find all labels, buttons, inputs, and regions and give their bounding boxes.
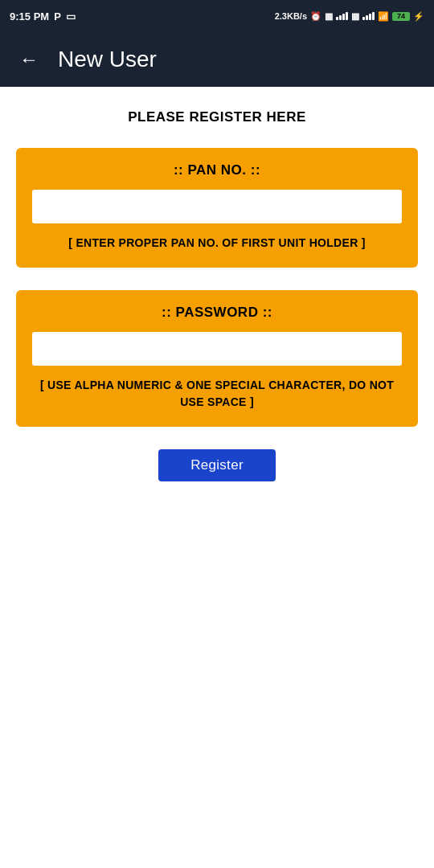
password-card-title: :: PASSWORD ::: [32, 305, 402, 321]
screen-icon: ▭: [66, 10, 76, 23]
time-display: 9:15 PM: [10, 10, 49, 23]
signal-icon-2: ▦: [351, 11, 359, 22]
charging-icon: ⚡: [413, 11, 424, 22]
password-card: :: PASSWORD :: [ USE ALPHA NUMERIC & ONE…: [16, 290, 418, 427]
signal-icon-1: ▦: [325, 11, 333, 22]
battery-indicator: 74: [392, 12, 410, 21]
p-icon: P: [54, 10, 61, 23]
signal-bars-1: [336, 10, 348, 22]
pan-hint: [ ENTER PROPER PAN NO. OF FIRST UNIT HOL…: [32, 235, 402, 252]
page-subtitle: PLEASE REGISTER HERE: [16, 109, 418, 125]
pan-input[interactable]: [32, 190, 402, 223]
password-input[interactable]: [32, 332, 402, 366]
signal-bars-2: [362, 10, 375, 22]
speed-display: 2.3KB/s: [275, 11, 307, 21]
wifi-icon: 📶: [378, 11, 389, 22]
status-right: 2.3KB/s ⏰ ▦ ▦ 📶 74 ⚡: [275, 10, 424, 22]
top-nav: ← New User: [0, 32, 434, 87]
register-button[interactable]: Register: [158, 449, 276, 481]
password-hint: [ USE ALPHA NUMERIC & ONE SPECIAL CHARAC…: [32, 377, 402, 411]
alarm-icon: ⏰: [310, 11, 321, 22]
register-section: Register: [16, 449, 418, 481]
status-left: 9:15 PM P ▭: [10, 10, 76, 23]
pan-card: :: PAN NO. :: [ ENTER PROPER PAN NO. OF …: [16, 148, 418, 268]
page-title: New User: [58, 47, 157, 72]
pan-card-title: :: PAN NO. ::: [32, 162, 402, 178]
status-bar: 9:15 PM P ▭ 2.3KB/s ⏰ ▦ ▦ 📶 74: [0, 0, 434, 32]
back-button[interactable]: ←: [13, 45, 45, 74]
main-content: PLEASE REGISTER HERE :: PAN NO. :: [ ENT…: [0, 87, 434, 504]
